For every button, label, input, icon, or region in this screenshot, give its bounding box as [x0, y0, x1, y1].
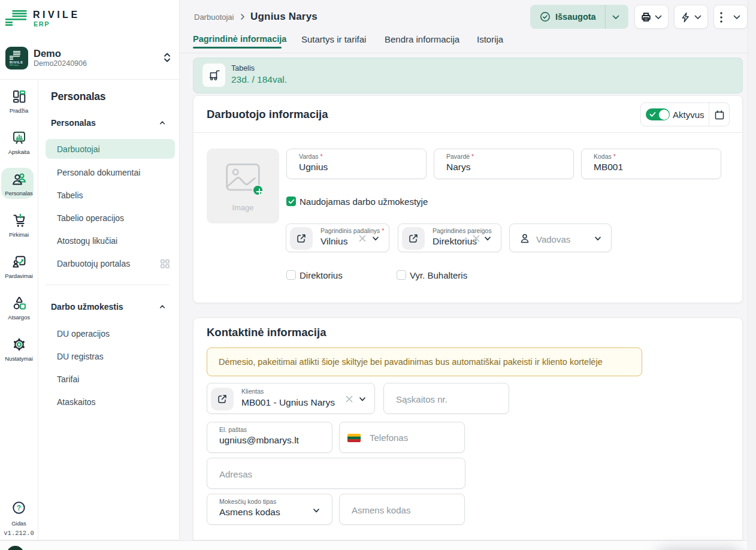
svg-text:ERP demo: ERP demo [10, 64, 19, 67]
svg-text:?: ? [17, 504, 21, 512]
